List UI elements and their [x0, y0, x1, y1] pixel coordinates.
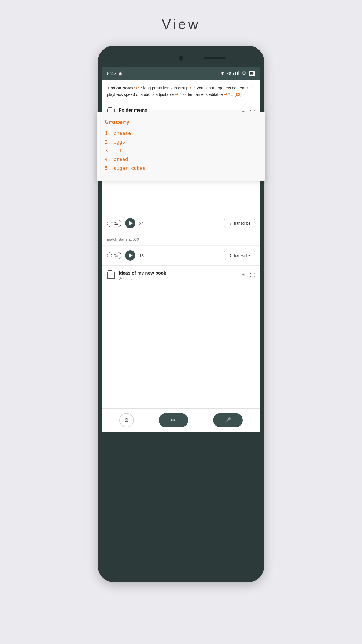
phone-screen: Tips on Notes: ↵ * long press items to g…: [102, 80, 260, 432]
ideas-folder-count: (4 items): [119, 276, 166, 280]
transcribe-icon-2: 🎙: [229, 253, 232, 258]
gear-icon: ⚙: [124, 417, 129, 423]
wifi-icon: [241, 71, 247, 76]
phone-shell: 5:42 ⏰ ✱ HD: [98, 46, 264, 582]
list-item: 2. eggs: [105, 138, 257, 146]
camera: [179, 56, 183, 61]
pencil-button[interactable]: ✏: [159, 413, 188, 427]
match-label: match starts at 530: [102, 233, 260, 246]
tips-arrow-1: ↵: [136, 86, 139, 90]
speed-badge-1[interactable]: 2.0x: [107, 220, 121, 227]
mic-button[interactable]: 🎤: [213, 413, 243, 427]
signal-icon: [233, 71, 239, 76]
svg-point-4: [243, 74, 245, 75]
audio-row-1: 2.0x 8" 🎙 transcribe: [102, 213, 260, 233]
duration-1: 8": [139, 221, 143, 226]
item-num-5: 5. sugar cubes: [105, 165, 146, 171]
content-area: [102, 285, 260, 408]
item-num-2: 2. eggs: [105, 139, 125, 145]
play-button-1[interactable]: [125, 218, 135, 228]
item-num-3: 3. milk: [105, 148, 125, 153]
speed-badge-2[interactable]: 2.0x: [107, 252, 121, 259]
list-item: 1. cheese: [105, 129, 257, 138]
ideas-folder-name: ideas of my new book: [119, 270, 166, 276]
alarm-icon: ⏰: [118, 71, 123, 76]
item-num-1: 1. cheese: [105, 130, 131, 136]
transcribe-button-2[interactable]: 🎙 transcribe: [224, 251, 255, 260]
battery-icon: 96: [249, 71, 255, 76]
list-item: 4. bread: [105, 155, 257, 164]
list-item: 5. sugar cubes: [105, 164, 257, 173]
status-icons: ✱ HD 96: [221, 71, 255, 76]
ideas-folder-actions: ✎ ⛶: [242, 272, 255, 278]
phone-notch: [102, 51, 260, 67]
tips-banner: Tips on Notes: ↵ * long press items to g…: [102, 80, 260, 103]
transcribe-button-1[interactable]: 🎙 transcribe: [224, 219, 255, 228]
ideas-info: ideas of my new book (4 items): [119, 270, 166, 280]
tips-arrow-3: ↵: [246, 86, 250, 90]
audio-row-2: 2.0x 13" 🎙 transcribe: [102, 246, 260, 266]
svg-rect-2: [237, 72, 238, 75]
audio-section-1: 2.0x 8" 🎙 transcribe: [102, 213, 260, 233]
item-num-4: 4. bread: [105, 156, 128, 162]
grocery-list: 1. cheese 2. eggs 3. milk 4. bread 5. su…: [105, 129, 257, 173]
tips-arrow-5: ↵: [224, 92, 227, 97]
mic-icon: 🎤: [224, 417, 231, 423]
ideas-edit-icon[interactable]: ✎: [242, 272, 246, 278]
ideas-folder-row[interactable]: ideas of my new book (4 items) ✎ ⛶: [102, 266, 260, 285]
ideas-expand-icon[interactable]: ⛶: [250, 272, 255, 278]
svg-rect-3: [238, 71, 239, 75]
pencil-icon: ✏: [171, 417, 176, 423]
audio-section-2: 2.0x 13" 🎙 transcribe: [102, 246, 260, 266]
duration-2: 13": [139, 253, 145, 258]
tips-more: ...(63): [231, 92, 242, 97]
hd-label: HD: [226, 72, 231, 75]
settings-button[interactable]: ⚙: [119, 413, 134, 427]
grocery-title: Grocery: [105, 119, 257, 125]
grocery-popup: Grocery 1. cheese 2. eggs 3. milk 4. bre…: [97, 112, 265, 181]
tips-arrow-4: ↵: [175, 92, 179, 97]
bottom-bar: ⚙ ✏ 🎤: [102, 408, 260, 432]
tips-label: Tips on Notes:: [107, 86, 135, 90]
svg-rect-1: [235, 72, 236, 75]
bluetooth-icon: ✱: [221, 71, 224, 76]
play-button-2[interactable]: [125, 250, 135, 261]
page-title: View: [162, 16, 200, 32]
status-bar: 5:42 ⏰ ✱ HD: [102, 67, 260, 80]
transcribe-icon-1: 🎙: [229, 221, 232, 225]
tips-arrow-2: ↵: [190, 86, 193, 90]
speaker: [204, 57, 226, 59]
svg-rect-0: [233, 73, 234, 75]
ideas-folder-icon: [107, 272, 115, 279]
status-time: 5:42 ⏰: [107, 71, 123, 76]
ideas-left: ideas of my new book (4 items): [107, 270, 166, 280]
list-item: 3. milk: [105, 147, 257, 155]
